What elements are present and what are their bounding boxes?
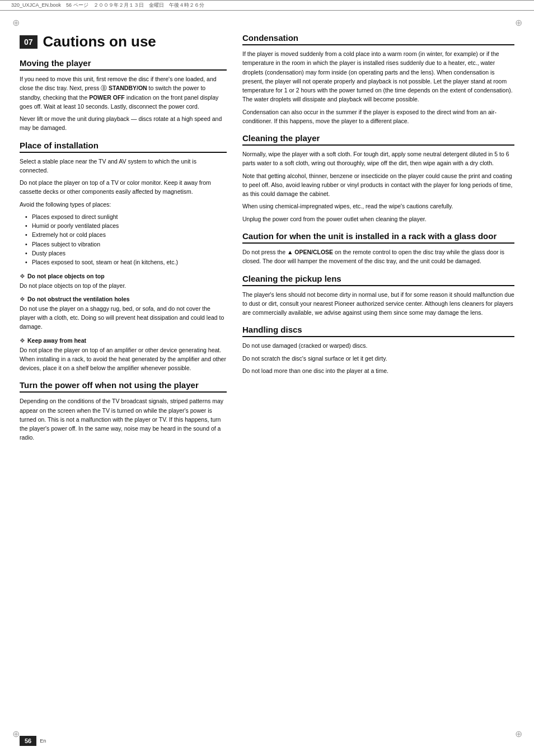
section-cleaning-lens: Cleaning the pickup lens The player's le… (242, 274, 514, 318)
section-turn-power-off: Turn the power off when not using the pl… (20, 380, 227, 442)
list-item-sunlight: Places exposed to direct sunlight (25, 212, 227, 221)
section-caution-rack: Caution for when the unit is installed i… (242, 231, 514, 266)
avoid-places-list: Places exposed to direct sunlight Humid … (20, 212, 227, 267)
section-place-installation: Place of installation Select a stable pl… (20, 141, 227, 373)
section-title-caution-rack: Caution for when the unit is installed i… (242, 231, 514, 244)
turn-power-off-para1: Depending on the conditions of the TV br… (20, 396, 227, 442)
section-title-condensation: Condensation (242, 33, 514, 45)
main-content: 07 Cautions on use Moving the player If … (0, 11, 534, 474)
place-install-para3: Avoid the following types of places: (20, 200, 227, 209)
cleaning-player-para3: When using chemical-impregnated wipes, e… (242, 202, 514, 211)
place-install-para2: Do not place the player on top of a TV o… (20, 178, 227, 197)
no-objects-text: Do not place objects on top of the playe… (20, 281, 227, 290)
diamond-icon-3: ❖ (20, 337, 25, 344)
page-lang: En (40, 738, 46, 744)
subsection-keep-away-heat: ❖ Keep away from heat (20, 337, 227, 344)
cleaning-lens-para1: The player's lens should not become dirt… (242, 290, 514, 318)
subsection-no-objects: ❖ Do not place objects on top (20, 273, 227, 279)
moving-player-para2: Never lift or move the unit during playb… (20, 114, 227, 133)
condensation-para1: If the player is moved suddenly from a c… (242, 49, 514, 104)
handling-discs-para2: Do not scratch the disc's signal surface… (242, 354, 514, 363)
page-number: 56 (20, 736, 36, 746)
subsection-no-objects-title: Do not place objects on top (27, 273, 105, 279)
section-cleaning-player: Cleaning the player Normally, wipe the p… (242, 133, 514, 223)
corner-mark-tl: ⊕ (10, 17, 21, 28)
subsection-no-obstruct-title: Do not obstruct the ventilation holes (27, 296, 130, 302)
section-title-moving-player: Moving the player (20, 58, 227, 71)
list-item-soot: Places exposed to soot, steam or heat (i… (25, 258, 227, 267)
no-obstruct-text: Do not use the player on a shaggy rug, b… (20, 304, 227, 332)
diamond-icon-2: ❖ (20, 296, 25, 302)
list-item-humid: Humid or poorly ventilated places (25, 221, 227, 230)
right-column: Condensation If the player is moved sudd… (242, 33, 514, 446)
section-title-turn-power-off: Turn the power off when not using the pl… (20, 380, 227, 393)
place-install-para1: Select a stable place near the TV and AV… (20, 157, 227, 175)
file-header: 320_UXJCA_EN.book 56 ページ ２００９年２月１３日 金曜日 … (0, 0, 534, 11)
section-title-cleaning-lens: Cleaning the pickup lens (242, 274, 514, 286)
cleaning-player-para4: Unplug the power cord from the power out… (242, 214, 514, 223)
left-column: 07 Cautions on use Moving the player If … (20, 33, 227, 446)
chapter-title: Cautions on use (43, 33, 156, 50)
handling-discs-para1: Do not use damaged (cracked or warped) d… (242, 341, 514, 350)
cleaning-player-para1: Normally, wipe the player with a soft cl… (242, 150, 514, 168)
page-wrapper: ⊕ ⊕ ⊕ ⊕ 320_UXJCA_EN.book 56 ページ ２００９年２月… (0, 0, 534, 756)
list-item-vibration: Places subject to vibration (25, 240, 227, 249)
keep-away-heat-text: Do not place the player on top of an amp… (20, 346, 227, 373)
corner-mark-tr: ⊕ (513, 17, 524, 28)
chapter-number: 07 (20, 35, 38, 49)
diamond-icon-1: ❖ (20, 273, 25, 279)
cleaning-player-para2: Note that getting alcohol, thinner, benz… (242, 171, 514, 199)
section-title-cleaning-player: Cleaning the player (242, 133, 514, 146)
subsection-no-obstruct: ❖ Do not obstruct the ventilation holes (20, 296, 227, 302)
section-handling-discs: Handling discs Do not use damaged (crack… (242, 325, 514, 375)
chapter-header: 07 Cautions on use (20, 33, 227, 50)
handling-discs-para3: Do not load more than one disc into the … (242, 366, 514, 375)
condensation-para2: Condensation can also occur in the summe… (242, 108, 514, 126)
section-condensation: Condensation If the player is moved sudd… (242, 33, 514, 125)
page-footer: 56 En (0, 736, 534, 746)
file-header-text: 320_UXJCA_EN.book 56 ページ ２００９年２月１３日 金曜日 … (11, 2, 204, 9)
section-title-handling-discs: Handling discs (242, 325, 514, 337)
subsection-keep-away-heat-title: Keep away from heat (27, 337, 86, 344)
section-moving-player: Moving the player If you need to move th… (20, 58, 227, 133)
list-item-dusty: Dusty places (25, 249, 227, 258)
list-item-hot-cold: Extremely hot or cold places (25, 230, 227, 239)
caution-rack-para1: Do not press the ▲ OPEN/CLOSE on the rem… (242, 248, 514, 266)
moving-player-para1: If you need to move this unit, first rem… (20, 74, 227, 111)
section-title-place-installation: Place of installation (20, 141, 227, 153)
